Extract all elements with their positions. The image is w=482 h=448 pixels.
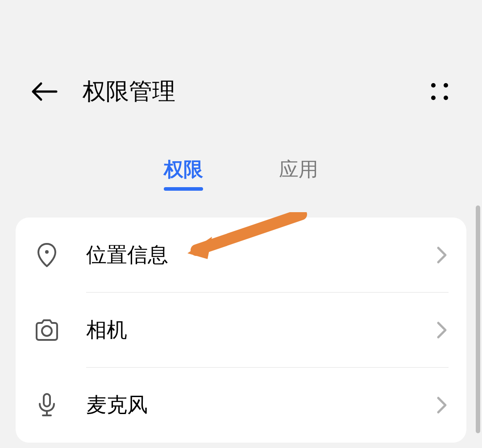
microphone-icon: [33, 392, 60, 419]
tab-permissions[interactable]: 权限: [164, 156, 203, 191]
page-title: 权限管理: [83, 76, 175, 107]
menu-button[interactable]: [426, 78, 453, 105]
svg-point-1: [444, 83, 448, 88]
menu-dots-icon: [430, 82, 449, 101]
tab-apps[interactable]: 应用: [279, 156, 318, 191]
tabs: 权限 应用: [0, 125, 482, 209]
svg-point-2: [431, 96, 436, 100]
chevron-right-icon: [435, 320, 449, 340]
svg-rect-6: [44, 394, 50, 406]
chevron-right-icon: [435, 395, 449, 415]
item-label: 相机: [86, 316, 435, 344]
svg-point-0: [431, 83, 436, 88]
list-item-camera[interactable]: 相机: [33, 293, 449, 368]
header: 权限管理: [0, 0, 482, 125]
item-label: 麦克风: [86, 391, 435, 419]
svg-point-4: [45, 250, 49, 254]
header-left: 权限管理: [29, 76, 175, 107]
item-label: 位置信息: [86, 241, 435, 269]
back-button[interactable]: [29, 80, 60, 103]
camera-icon: [33, 317, 60, 343]
scrollbar[interactable]: [476, 205, 480, 433]
svg-point-5: [42, 326, 52, 336]
permissions-card: 位置信息 相机: [16, 218, 466, 443]
svg-point-3: [444, 96, 448, 100]
chevron-right-icon: [435, 245, 449, 265]
list-item-location[interactable]: 位置信息: [33, 218, 449, 293]
list-item-microphone[interactable]: 麦克风: [33, 368, 449, 443]
location-icon: [33, 242, 60, 268]
arrow-left-icon: [31, 82, 58, 101]
